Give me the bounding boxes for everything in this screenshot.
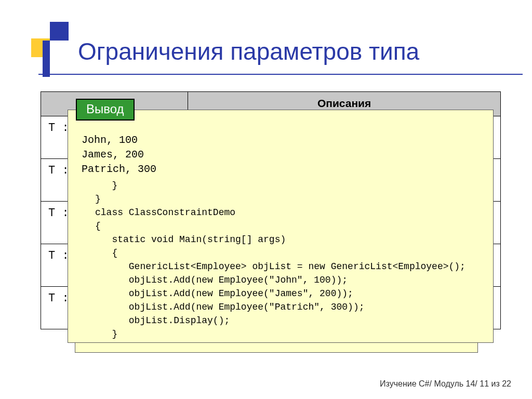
page-title: Ограничения параметров типа xyxy=(78,37,419,65)
blue-bar-icon xyxy=(43,41,50,77)
footer: Изучение C#/ Модуль 14/ 11 из 22 xyxy=(380,379,511,389)
title-underline xyxy=(38,74,523,75)
ornament xyxy=(17,18,69,70)
code-snippet: } } class ClassConstraintDemo { static v… xyxy=(82,179,480,343)
code-box-front: John, 100 James, 200 Patrich, 300 } } cl… xyxy=(68,110,494,343)
slide: Ограничения параметров типа Ограничение … xyxy=(0,0,532,399)
blue-square-icon xyxy=(50,22,69,41)
program-output: John, 100 James, 200 Patrich, 300 xyxy=(82,133,480,177)
output-tag: Вывод xyxy=(76,99,135,121)
